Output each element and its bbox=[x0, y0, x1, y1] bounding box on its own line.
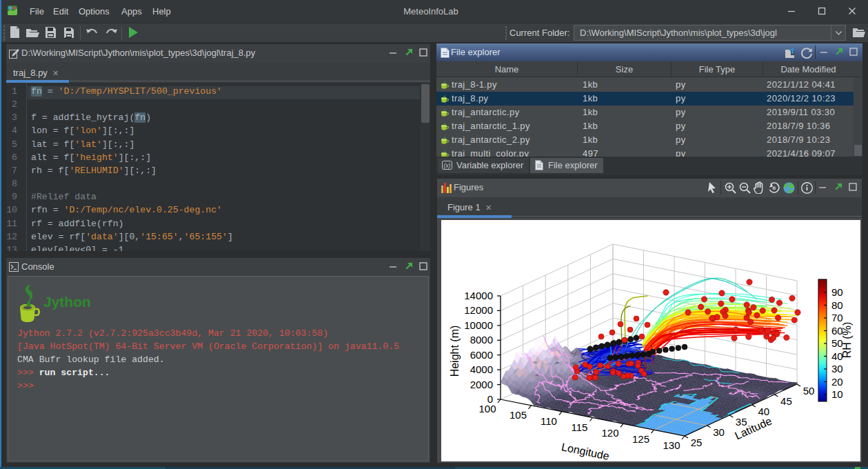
svg-text:45: 45 bbox=[780, 395, 792, 407]
svg-text:4000: 4000 bbox=[470, 363, 493, 375]
svg-text:RH (%): RH (%) bbox=[841, 322, 853, 358]
svg-text:80: 80 bbox=[831, 299, 843, 311]
svg-text:120: 120 bbox=[601, 427, 618, 439]
svg-text:Height (m): Height (m) bbox=[449, 326, 461, 377]
svg-text:70: 70 bbox=[831, 312, 843, 323]
svg-text:130: 130 bbox=[663, 439, 680, 451]
svg-text:100: 100 bbox=[478, 403, 496, 415]
svg-text:105: 105 bbox=[509, 409, 527, 421]
svg-text:6000: 6000 bbox=[470, 349, 493, 361]
svg-text:10000: 10000 bbox=[464, 319, 493, 331]
svg-text:30: 30 bbox=[713, 426, 725, 438]
svg-text:12000: 12000 bbox=[464, 304, 493, 316]
svg-text:20: 20 bbox=[831, 376, 843, 388]
svg-text:125: 125 bbox=[632, 433, 649, 445]
svg-text:30: 30 bbox=[831, 363, 843, 375]
svg-text:90: 90 bbox=[831, 286, 843, 298]
svg-text:115: 115 bbox=[572, 421, 588, 433]
svg-text:8000: 8000 bbox=[470, 334, 493, 346]
svg-text:110: 110 bbox=[541, 415, 557, 427]
svg-text:14000: 14000 bbox=[464, 290, 493, 301]
svg-text:(x): (x) bbox=[444, 162, 451, 169]
svg-text:10: 10 bbox=[831, 388, 843, 400]
svg-text:2000: 2000 bbox=[470, 379, 493, 390]
svg-text:25: 25 bbox=[691, 437, 703, 448]
svg-text:50: 50 bbox=[803, 385, 815, 397]
